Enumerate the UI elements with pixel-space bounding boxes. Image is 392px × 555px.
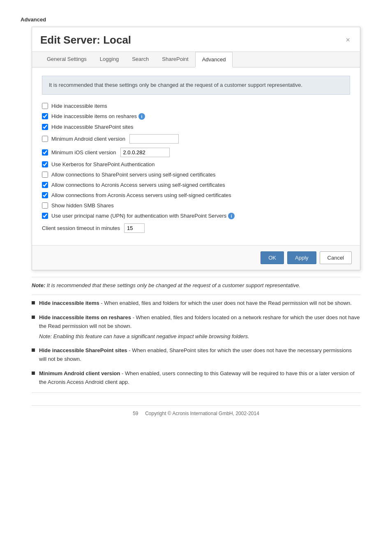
info-icon-reshares[interactable]: i [138, 113, 145, 120]
checkbox-show-hidden-smb[interactable] [42, 202, 48, 209]
dialog-title: Edit Server: Local [40, 34, 131, 46]
note-section: Note: It is recommended that these setti… [32, 277, 360, 418]
bullet-content: Hide inaccessible items on reshares - Wh… [39, 313, 360, 341]
tab-general-settings[interactable]: General Settings [40, 52, 93, 67]
option-label-allow-sp-self-signed: Allow connections to SharePoint servers … [51, 172, 216, 178]
tab-sharepoint[interactable]: SharePoint [155, 52, 195, 67]
option-label-minimum-ios: Minimum iOS client version [51, 149, 116, 156]
list-item: Minimum Android client version - When en… [32, 369, 360, 387]
bullet-title-1: Hide inaccessible items on reshares [39, 314, 131, 320]
apply-button[interactable]: Apply [287, 251, 316, 264]
option-label-allow-acronis-self-signed: Allow connections to Acronis Access serv… [51, 182, 225, 188]
option-label-show-hidden-smb: Show hidden SMB Shares [51, 202, 114, 209]
tab-advanced[interactable]: Advanced [195, 52, 233, 67]
option-minimum-ios: Minimum iOS client version 2.0.0.282 [42, 148, 350, 157]
option-label-hide-inaccessible-sharepoint: Hide inaccessible SharePoint sites [51, 124, 133, 130]
option-hide-inaccessible-items: Hide inaccessible items [42, 103, 350, 109]
input-minimum-ios[interactable]: 2.0.0.282 [120, 148, 170, 157]
client-session-label: Client session timeout in minutes [42, 225, 120, 231]
checkbox-hide-inaccessible-items[interactable] [42, 103, 48, 109]
breadcrumb: Advanced [21, 16, 371, 23]
option-use-upn: Use user principal name (UPN) for authen… [42, 213, 350, 219]
bullet-text-0: - When enabled, files and folders for wh… [101, 300, 352, 306]
cancel-button[interactable]: Cancel [320, 251, 352, 264]
tab-search[interactable]: Search [125, 52, 155, 67]
ok-button[interactable]: OK [261, 251, 284, 264]
checkbox-use-upn[interactable] [42, 213, 48, 219]
close-button[interactable]: × [344, 36, 352, 44]
option-client-session: Client session timeout in minutes [42, 223, 350, 233]
bullet-icon [32, 301, 35, 304]
checkbox-hide-inaccessible-sharepoint[interactable] [42, 124, 48, 130]
dialog-footer: OK Apply Cancel [32, 245, 360, 270]
option-minimum-android: Minimum Android client version [42, 134, 350, 144]
bullet-content: Hide inaccessible SharePoint sites - Whe… [39, 346, 360, 364]
bullet-subnote-1: Note: Enabling this feature can have a s… [39, 332, 360, 341]
edit-server-dialog: Edit Server: Local × General Settings Lo… [32, 27, 360, 270]
option-label-kerberos-sharepoint: Use Kerberos for SharePoint Authenticati… [51, 161, 154, 167]
info-box: It is recommended that these settings on… [42, 76, 350, 95]
option-hide-inaccessible-reshares: Hide inaccessible items on reshares i [42, 113, 350, 120]
option-kerberos-sharepoint: Use Kerberos for SharePoint Authenticati… [42, 161, 350, 167]
dialog-title-bar: Edit Server: Local × [32, 27, 360, 52]
bullet-title-2: Hide inaccessible SharePoint sites [39, 347, 127, 353]
bullet-icon [32, 372, 35, 375]
option-label-hide-inaccessible-items: Hide inaccessible items [51, 103, 107, 109]
option-label-minimum-android: Minimum Android client version [51, 136, 125, 142]
footer-page: 59 [133, 411, 138, 416]
bullet-icon [32, 316, 35, 319]
footer-copyright: Copyright © Acronis International GmbH, … [145, 411, 259, 416]
checkbox-minimum-ios[interactable] [42, 149, 48, 156]
bullet-content: Minimum Android client version - When en… [39, 369, 360, 387]
checkbox-allow-sp-self-signed[interactable] [42, 172, 48, 178]
footer-bar: 59 Copyright © Acronis International Gmb… [32, 405, 360, 418]
note-text: Note: It is recommended that these setti… [32, 281, 360, 290]
note-content: It is recommended that these settings on… [47, 282, 300, 288]
option-allow-acronis-from-self-signed: Allow connections from Acronis Access se… [42, 192, 350, 198]
input-client-session[interactable] [124, 223, 145, 233]
checkbox-kerberos-sharepoint[interactable] [42, 161, 48, 167]
checkbox-minimum-android[interactable] [42, 136, 48, 142]
dialog-body: It is recommended that these settings on… [32, 67, 360, 245]
info-icon-upn[interactable]: i [228, 213, 235, 219]
checkbox-hide-inaccessible-reshares[interactable] [42, 113, 48, 119]
option-hide-inaccessible-sharepoint: Hide inaccessible SharePoint sites [42, 124, 350, 130]
bullet-content: Hide inaccessible items - When enabled, … [39, 299, 352, 308]
bullet-icon [32, 348, 35, 352]
bullet-title-3: Minimum Android client version [39, 370, 120, 376]
list-item: Hide inaccessible items - When enabled, … [32, 299, 360, 308]
option-allow-acronis-self-signed: Allow connections to Acronis Access serv… [42, 182, 350, 188]
bullet-title-0: Hide inaccessible items [39, 300, 99, 306]
option-label-hide-inaccessible-reshares: Hide inaccessible items on reshares [51, 113, 137, 119]
list-item: Hide inaccessible items on reshares - Wh… [32, 313, 360, 341]
checkbox-allow-acronis-from-self-signed[interactable] [42, 192, 48, 198]
option-label-use-upn: Use user principal name (UPN) for authen… [51, 213, 226, 219]
tab-logging[interactable]: Logging [93, 52, 125, 67]
note-label: Note: [32, 282, 45, 288]
option-label-allow-acronis-from-self-signed: Allow connections from Acronis Access se… [51, 192, 231, 198]
checkbox-allow-acronis-self-signed[interactable] [42, 182, 48, 188]
option-show-hidden-smb: Show hidden SMB Shares [42, 202, 350, 209]
input-minimum-android[interactable] [129, 134, 179, 144]
option-allow-sp-self-signed: Allow connections to SharePoint servers … [42, 172, 350, 178]
bullet-list: Hide inaccessible items - When enabled, … [32, 299, 360, 386]
list-item: Hide inaccessible SharePoint sites - Whe… [32, 346, 360, 364]
tab-bar: General Settings Logging Search SharePoi… [32, 52, 360, 67]
